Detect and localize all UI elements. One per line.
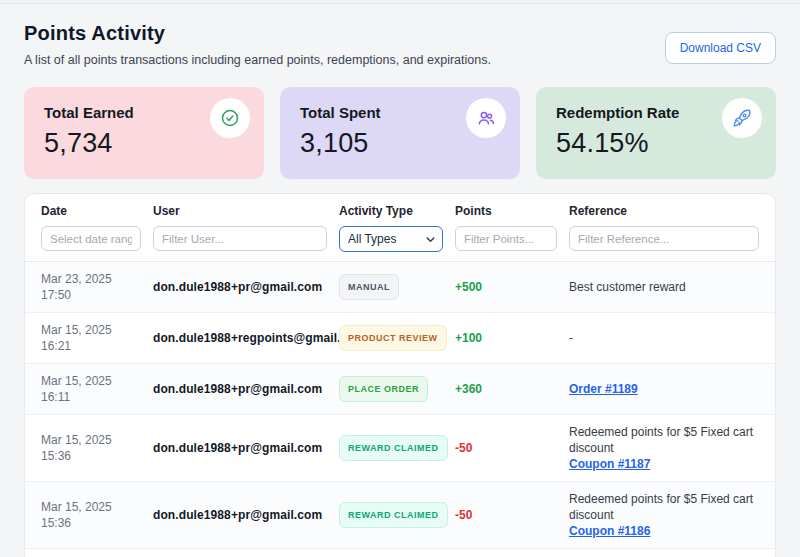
stat-value: 3,105: [300, 128, 500, 159]
reference-link[interactable]: Coupon #1186: [569, 524, 650, 538]
activity-type-badge: PLACE ORDER: [339, 376, 428, 402]
row-date: Mar 15, 2025 15:36: [25, 415, 153, 482]
row-reference: Redeemed points for $5 Fixed cart discou…: [569, 415, 775, 482]
row-activity-type: REWARD CLAIMED: [339, 549, 455, 557]
page-title: Points Activity: [24, 22, 491, 45]
stat-value: 54.15%: [556, 128, 756, 159]
reference-link[interactable]: Coupon #1187: [569, 457, 650, 471]
row-date: Mar 15, 2025 15:36: [25, 549, 153, 557]
column-label-points: Points: [455, 204, 557, 218]
row-activity-type: PLACE ORDER: [339, 364, 455, 415]
row-date: Mar 23, 2025 17:50: [25, 262, 153, 313]
stat-card-total-spent: Total Spent 3,105: [280, 87, 520, 179]
row-reference: Best customer reward: [569, 262, 775, 313]
row-user: don.dule1988+regpoints@gmail.com: [153, 313, 339, 364]
column-label-user: User: [153, 204, 327, 218]
page-header: Points Activity A list of all points tra…: [0, 4, 800, 67]
reference-text: Best customer reward: [569, 279, 763, 295]
row-points: -50: [455, 482, 569, 549]
page-subtitle: A list of all points transactions includ…: [24, 53, 491, 67]
table-row: Mar 15, 2025 15:36don.dule1988+pr@gmail.…: [25, 549, 775, 557]
user-filter-input[interactable]: [153, 226, 327, 251]
row-reference: -: [569, 313, 775, 364]
reference-text: Redeemed points for $5 Fixed cart discou…: [569, 491, 763, 523]
row-date: Mar 15, 2025 16:21: [25, 313, 153, 364]
table-row: Mar 15, 2025 16:21don.dule1988+regpoints…: [25, 313, 775, 364]
column-label-activity-type: Activity Type: [339, 204, 443, 218]
row-activity-type: PRODUCT REVIEW: [339, 313, 455, 364]
reference-filter-input[interactable]: [569, 226, 759, 251]
row-activity-type: REWARD CLAIMED: [339, 482, 455, 549]
points-activity-table-card: Date User Activity Type All Types: [24, 193, 776, 557]
activity-type-select-wrap: All Types: [339, 226, 443, 252]
row-points: -50: [455, 549, 569, 557]
points-activity-table: Date User Activity Type All Types: [25, 194, 775, 557]
row-points: -50: [455, 415, 569, 482]
row-activity-type: MANUAL: [339, 262, 455, 313]
activity-type-badge: MANUAL: [339, 274, 399, 300]
stat-card-redemption-rate: Redemption Rate 54.15%: [536, 87, 776, 179]
row-reference: Order #1189: [569, 364, 775, 415]
row-reference: Redeemed points for $5 Fixed cart discou…: [569, 482, 775, 549]
row-date: Mar 15, 2025 15:36: [25, 482, 153, 549]
column-label-date: Date: [41, 204, 141, 218]
column-label-reference: Reference: [569, 204, 759, 218]
row-points: +100: [455, 313, 569, 364]
page-header-text: Points Activity A list of all points tra…: [24, 22, 491, 67]
row-user: don.dule1988+pr@gmail.com: [153, 262, 339, 313]
download-csv-button[interactable]: Download CSV: [665, 32, 776, 64]
row-date: Mar 15, 2025 16:11: [25, 364, 153, 415]
activity-type-badge: PRODUCT REVIEW: [339, 325, 447, 351]
table-row: Mar 15, 2025 15:36don.dule1988+pr@gmail.…: [25, 482, 775, 549]
column-date: Date: [25, 194, 153, 262]
table-header-row: Date User Activity Type All Types: [25, 194, 775, 262]
stat-value: 5,734: [44, 128, 244, 159]
column-activity-type: Activity Type All Types: [339, 194, 455, 262]
activity-type-select[interactable]: All Types: [339, 226, 443, 252]
reference-link[interactable]: Order #1189: [569, 382, 638, 396]
column-user: User: [153, 194, 339, 262]
table-row: Mar 15, 2025 16:11don.dule1988+pr@gmail.…: [25, 364, 775, 415]
row-user: don.dule1988+pr@gmail.com: [153, 415, 339, 482]
row-points: +500: [455, 262, 569, 313]
column-points: Points: [455, 194, 569, 262]
stats-row: Total Earned 5,734 Total Spent 3,105 Red…: [0, 67, 800, 193]
reference-text: Redeemed points for $5 Fixed cart discou…: [569, 424, 763, 456]
row-activity-type: REWARD CLAIMED: [339, 415, 455, 482]
row-user: don.dule1988+pr@gmail.com: [153, 549, 339, 557]
table-body: Mar 23, 2025 17:50don.dule1988+pr@gmail.…: [25, 262, 775, 557]
table-row: Mar 15, 2025 15:36don.dule1988+pr@gmail.…: [25, 415, 775, 482]
row-points: +360: [455, 364, 569, 415]
row-user: don.dule1988+pr@gmail.com: [153, 364, 339, 415]
activity-type-badge: REWARD CLAIMED: [339, 435, 448, 461]
table-row: Mar 23, 2025 17:50don.dule1988+pr@gmail.…: [25, 262, 775, 313]
check-circle-icon: [210, 98, 250, 138]
row-user: don.dule1988+pr@gmail.com: [153, 482, 339, 549]
row-reference: Redeemed points for $5 Fixed cart discou…: [569, 549, 775, 557]
date-range-input[interactable]: [41, 226, 141, 251]
column-reference: Reference: [569, 194, 775, 262]
reference-text: -: [569, 330, 763, 346]
rocket-icon: [722, 98, 762, 138]
activity-type-badge: REWARD CLAIMED: [339, 502, 448, 528]
users-icon: [466, 98, 506, 138]
points-filter-input[interactable]: [455, 226, 557, 251]
stat-card-total-earned: Total Earned 5,734: [24, 87, 264, 179]
